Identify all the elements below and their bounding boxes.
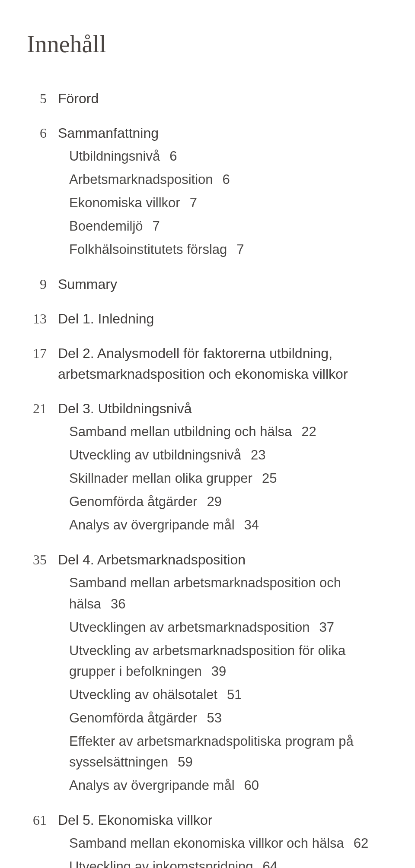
table-of-contents: 5Förord6SammanfattningUtbildningsnivå6Ar… xyxy=(26,88,389,868)
toc-sub-page-number: 23 xyxy=(251,447,265,463)
toc-sub-label: Arbetsmarknadsposition6 xyxy=(69,169,389,190)
spacer xyxy=(26,796,389,803)
toc-sub-row: Boendemiljö7 xyxy=(69,216,389,237)
toc-row: 35Del 4. Arbetsmarknadsposition xyxy=(26,549,389,570)
toc-row: 5Förord xyxy=(26,88,389,109)
toc-sub-row: Arbetsmarknadsposition6 xyxy=(69,169,389,190)
spacer xyxy=(26,109,389,116)
toc-sub-page-number: 60 xyxy=(244,778,259,793)
toc-heading: Summary xyxy=(58,274,389,295)
page: Innehåll 5Förord6SammanfattningUtbildnin… xyxy=(0,0,415,868)
toc-sub-label: Ekonomiska villkor7 xyxy=(69,193,389,213)
toc-sub-row: Folkhälsoinstitutets förslag7 xyxy=(69,239,389,260)
toc-page-number: 61 xyxy=(26,810,58,830)
toc-sub-row: Genomförda åtgärder29 xyxy=(69,491,389,512)
toc-sub-label: Samband mellan utbildning och hälsa22 xyxy=(69,421,389,442)
toc-sub-label: Utveckling av utbildningsnivå23 xyxy=(69,445,389,466)
spacer xyxy=(26,329,389,336)
toc-sub-row: Utveckling av utbildningsnivå23 xyxy=(69,445,389,466)
toc-sub-page-number: 29 xyxy=(207,494,221,509)
toc-sub-label: Utveckling av arbetsmarknadsposition för… xyxy=(69,640,389,682)
toc-sub-row: Analys av övergripande mål60 xyxy=(69,775,389,796)
spacer xyxy=(26,295,389,301)
toc-row: 6Sammanfattning xyxy=(26,123,389,143)
toc-page-number: 17 xyxy=(26,343,58,364)
toc-heading: Del 3. Utbildningsnivå xyxy=(58,398,389,419)
toc-sub-row: Skillnader mellan olika grupper25 xyxy=(69,468,389,489)
toc-sub-page-number: 7 xyxy=(236,242,244,257)
toc-sub-label: Skillnader mellan olika grupper25 xyxy=(69,468,389,489)
toc-sub-label: Utbildningsnivå6 xyxy=(69,146,389,167)
toc-sub-label: Analys av övergripande mål34 xyxy=(69,515,389,535)
toc-sub-label: Samband mellan arbetsmarknadsposition oc… xyxy=(69,573,389,614)
toc-sub-page-number: 22 xyxy=(301,424,316,439)
toc-sub-row: Samband mellan arbetsmarknadsposition oc… xyxy=(69,573,389,614)
toc-page-number: 5 xyxy=(26,88,58,109)
toc-sub-row: Samband mellan ekonomiska villkor och hä… xyxy=(69,833,389,854)
toc-heading: Förord xyxy=(58,88,389,109)
toc-heading: Sammanfattning xyxy=(58,123,389,143)
toc-sub-page-number: 6 xyxy=(169,149,177,164)
toc-page-number: 9 xyxy=(26,274,58,295)
toc-row: 61Del 5. Ekonomiska villkor xyxy=(26,810,389,830)
toc-sub-label: Effekter av arbetsmarknadspolitiska prog… xyxy=(69,731,389,773)
toc-row: 9Summary xyxy=(26,274,389,295)
toc-sub-row: Utveckling av inkomstspridning64 xyxy=(69,856,389,868)
toc-heading: Del 2. Analysmodell för faktorerna utbil… xyxy=(58,343,389,384)
toc-page-number: 13 xyxy=(26,308,58,329)
spacer xyxy=(26,535,389,542)
toc-sub-page-number: 39 xyxy=(211,664,226,679)
spacer xyxy=(26,260,389,267)
toc-sub-page-number: 7 xyxy=(153,219,160,234)
toc-sub-label: Utveckling av inkomstspridning64 xyxy=(69,856,389,868)
toc-sub-page-number: 36 xyxy=(111,596,125,611)
toc-sub-row: Analys av övergripande mål34 xyxy=(69,515,389,535)
toc-sub-row: Genomförda åtgärder53 xyxy=(69,708,389,729)
toc-page-number: 35 xyxy=(26,549,58,570)
toc-sub-row: Effekter av arbetsmarknadspolitiska prog… xyxy=(69,731,389,773)
toc-sub-row: Utveckling av arbetsmarknadsposition för… xyxy=(69,640,389,682)
toc-sub-page-number: 62 xyxy=(354,836,368,851)
toc-sub-label: Folkhälsoinstitutets förslag7 xyxy=(69,239,389,260)
toc-sub-row: Utveckling av ohälsotalet51 xyxy=(69,684,389,705)
toc-sub-row: Ekonomiska villkor7 xyxy=(69,193,389,213)
toc-sub-page-number: 34 xyxy=(244,517,259,532)
toc-sub-row: Samband mellan utbildning och hälsa22 xyxy=(69,421,389,442)
toc-page-number: 6 xyxy=(26,123,58,143)
page-title: Innehåll xyxy=(27,30,389,58)
toc-sub-label: Utvecklingen av arbetsmarknadsposition37 xyxy=(69,617,389,638)
toc-sub-page-number: 25 xyxy=(262,471,277,486)
toc-sub-page-number: 6 xyxy=(223,172,230,187)
toc-sub-label: Genomförda åtgärder29 xyxy=(69,491,389,512)
toc-sub-page-number: 64 xyxy=(263,859,278,868)
toc-sub-page-number: 51 xyxy=(227,687,242,702)
toc-sub-page-number: 37 xyxy=(319,620,334,635)
toc-sub-label: Boendemiljö7 xyxy=(69,216,389,237)
toc-sub-label: Analys av övergripande mål60 xyxy=(69,775,389,796)
toc-sub-label: Genomförda åtgärder53 xyxy=(69,708,389,729)
toc-sub-label: Samband mellan ekonomiska villkor och hä… xyxy=(69,833,389,854)
toc-sub-page-number: 7 xyxy=(190,195,197,210)
toc-row: 17Del 2. Analysmodell för faktorerna utb… xyxy=(26,343,389,384)
toc-sub-page-number: 59 xyxy=(178,754,192,770)
toc-heading: Del 4. Arbetsmarknadsposition xyxy=(58,549,389,570)
toc-heading: Del 5. Ekonomiska villkor xyxy=(58,810,389,830)
toc-sub-label: Utveckling av ohälsotalet51 xyxy=(69,684,389,705)
toc-heading: Del 1. Inledning xyxy=(58,308,389,329)
toc-sub-page-number: 53 xyxy=(207,710,221,725)
toc-row: 13Del 1. Inledning xyxy=(26,308,389,329)
toc-page-number: 21 xyxy=(26,398,58,419)
spacer xyxy=(26,384,389,391)
toc-sub-row: Utbildningsnivå6 xyxy=(69,146,389,167)
toc-sub-row: Utvecklingen av arbetsmarknadsposition37 xyxy=(69,617,389,638)
toc-row: 21Del 3. Utbildningsnivå xyxy=(26,398,389,419)
